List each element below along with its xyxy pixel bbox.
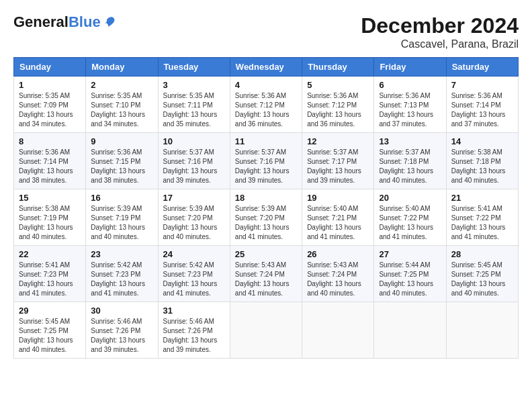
daylight-label: Daylight: 13 hours and 41 minutes. <box>19 280 73 297</box>
week-row-1: 1 Sunrise: 5:35 AM Sunset: 7:09 PM Dayli… <box>14 77 519 133</box>
daylight-label: Daylight: 13 hours and 41 minutes. <box>379 224 433 240</box>
sunrise-label: Sunrise: 5:44 AM <box>379 261 430 269</box>
sunrise-label: Sunrise: 5:46 AM <box>91 318 142 325</box>
day-cell <box>446 302 518 359</box>
calendar-title: December 2024 <box>361 13 519 38</box>
day-cell: 26 Sunrise: 5:43 AM Sunset: 7:24 PM Dayl… <box>302 246 374 302</box>
day-number: 1 <box>19 80 81 90</box>
daylight-label: Daylight: 13 hours and 41 minutes. <box>163 280 218 297</box>
day-cell: 21 Sunrise: 5:41 AM Sunset: 7:22 PM Dayl… <box>446 189 518 246</box>
sunset-label: Sunset: 7:25 PM <box>379 271 429 278</box>
day-number: 7 <box>451 80 513 90</box>
day-number: 18 <box>235 193 297 203</box>
daylight-label: Daylight: 13 hours and 38 minutes. <box>19 167 73 184</box>
day-number: 22 <box>19 249 81 259</box>
sunrise-label: Sunrise: 5:46 AM <box>163 318 214 325</box>
day-cell: 13 Sunrise: 5:37 AM Sunset: 7:18 PM Dayl… <box>374 133 446 189</box>
day-cell: 23 Sunrise: 5:42 AM Sunset: 7:23 PM Dayl… <box>86 246 158 302</box>
sunrise-label: Sunrise: 5:42 AM <box>163 261 214 269</box>
day-cell: 24 Sunrise: 5:42 AM Sunset: 7:23 PM Dayl… <box>158 246 230 302</box>
sunrise-label: Sunrise: 5:37 AM <box>307 148 358 156</box>
daylight-label: Daylight: 13 hours and 40 minutes. <box>91 224 145 240</box>
sunset-label: Sunset: 7:20 PM <box>235 214 285 222</box>
daylight-label: Daylight: 13 hours and 39 minutes. <box>163 167 218 184</box>
sunset-label: Sunset: 7:10 PM <box>91 101 140 109</box>
day-info: Sunrise: 5:44 AM Sunset: 7:25 PM Dayligh… <box>379 261 441 298</box>
sunset-label: Sunset: 7:16 PM <box>235 158 285 165</box>
day-number: 23 <box>91 249 152 259</box>
day-cell: 4 Sunrise: 5:36 AM Sunset: 7:12 PM Dayli… <box>230 77 302 133</box>
sunrise-label: Sunrise: 5:36 AM <box>19 148 70 156</box>
day-cell: 20 Sunrise: 5:40 AM Sunset: 7:22 PM Dayl… <box>374 189 446 246</box>
daylight-label: Daylight: 13 hours and 39 minutes. <box>307 167 361 184</box>
day-info: Sunrise: 5:39 AM Sunset: 7:20 PM Dayligh… <box>163 204 225 242</box>
sunset-label: Sunset: 7:17 PM <box>307 158 357 165</box>
column-header-sunday: Sunday <box>14 58 86 77</box>
daylight-label: Daylight: 13 hours and 39 minutes. <box>91 336 145 353</box>
day-number: 20 <box>379 193 441 203</box>
daylight-label: Daylight: 13 hours and 41 minutes. <box>235 224 290 240</box>
column-header-tuesday: Tuesday <box>158 58 230 77</box>
day-info: Sunrise: 5:46 AM Sunset: 7:26 PM Dayligh… <box>163 317 225 355</box>
day-cell: 2 Sunrise: 5:35 AM Sunset: 7:10 PM Dayli… <box>86 77 158 133</box>
daylight-label: Daylight: 13 hours and 41 minutes. <box>91 280 145 297</box>
day-info: Sunrise: 5:40 AM Sunset: 7:22 PM Dayligh… <box>379 204 441 242</box>
day-cell: 11 Sunrise: 5:37 AM Sunset: 7:16 PM Dayl… <box>230 133 302 189</box>
day-number: 31 <box>163 306 225 316</box>
column-header-monday: Monday <box>86 58 158 77</box>
day-number: 10 <box>163 136 225 146</box>
daylight-label: Daylight: 13 hours and 37 minutes. <box>379 111 433 128</box>
day-cell: 1 Sunrise: 5:35 AM Sunset: 7:09 PM Dayli… <box>14 77 86 133</box>
sunset-label: Sunset: 7:23 PM <box>19 271 69 278</box>
day-cell: 3 Sunrise: 5:35 AM Sunset: 7:11 PM Dayli… <box>158 77 230 133</box>
day-number: 14 <box>451 136 513 146</box>
day-cell: 12 Sunrise: 5:37 AM Sunset: 7:17 PM Dayl… <box>302 133 374 189</box>
sunset-label: Sunset: 7:23 PM <box>91 271 140 278</box>
day-number: 11 <box>235 136 297 146</box>
sunset-label: Sunset: 7:19 PM <box>19 214 69 222</box>
day-info: Sunrise: 5:36 AM Sunset: 7:15 PM Dayligh… <box>91 148 152 185</box>
day-info: Sunrise: 5:40 AM Sunset: 7:21 PM Dayligh… <box>307 204 369 242</box>
daylight-label: Daylight: 13 hours and 34 minutes. <box>91 111 145 128</box>
sunrise-label: Sunrise: 5:43 AM <box>307 261 358 269</box>
day-number: 13 <box>379 136 441 146</box>
daylight-label: Daylight: 13 hours and 35 minutes. <box>163 111 218 128</box>
sunrise-label: Sunrise: 5:45 AM <box>19 318 70 325</box>
day-info: Sunrise: 5:36 AM Sunset: 7:14 PM Dayligh… <box>451 91 513 129</box>
week-row-5: 29 Sunrise: 5:45 AM Sunset: 7:25 PM Dayl… <box>14 302 519 359</box>
day-info: Sunrise: 5:42 AM Sunset: 7:23 PM Dayligh… <box>163 261 225 298</box>
day-number: 2 <box>91 80 152 90</box>
sunrise-label: Sunrise: 5:37 AM <box>163 148 214 156</box>
day-cell: 30 Sunrise: 5:46 AM Sunset: 7:26 PM Dayl… <box>86 302 158 359</box>
sunset-label: Sunset: 7:14 PM <box>19 158 69 165</box>
day-cell: 6 Sunrise: 5:36 AM Sunset: 7:13 PM Dayli… <box>374 77 446 133</box>
day-info: Sunrise: 5:39 AM Sunset: 7:19 PM Dayligh… <box>91 204 152 242</box>
daylight-label: Daylight: 13 hours and 41 minutes. <box>235 280 290 297</box>
day-info: Sunrise: 5:39 AM Sunset: 7:20 PM Dayligh… <box>235 204 297 242</box>
logo: GeneralBlue <box>13 13 117 31</box>
sunrise-label: Sunrise: 5:40 AM <box>379 205 430 212</box>
day-cell <box>230 302 302 359</box>
day-cell: 31 Sunrise: 5:46 AM Sunset: 7:26 PM Dayl… <box>158 302 230 359</box>
day-number: 27 <box>379 249 441 259</box>
sunrise-label: Sunrise: 5:39 AM <box>91 205 142 212</box>
day-cell: 28 Sunrise: 5:45 AM Sunset: 7:25 PM Dayl… <box>446 246 518 302</box>
sunrise-label: Sunrise: 5:36 AM <box>91 148 142 156</box>
sunset-label: Sunset: 7:26 PM <box>91 327 140 334</box>
week-row-3: 15 Sunrise: 5:38 AM Sunset: 7:19 PM Dayl… <box>14 189 519 246</box>
daylight-label: Daylight: 13 hours and 40 minutes. <box>379 167 433 184</box>
day-cell <box>302 302 374 359</box>
column-header-thursday: Thursday <box>302 58 374 77</box>
daylight-label: Daylight: 13 hours and 36 minutes. <box>307 111 361 128</box>
title-section: December 2024 Cascavel, Parana, Brazil <box>361 13 519 50</box>
sunset-label: Sunset: 7:13 PM <box>379 101 429 109</box>
sunrise-label: Sunrise: 5:43 AM <box>235 261 286 269</box>
day-info: Sunrise: 5:37 AM Sunset: 7:18 PM Dayligh… <box>379 148 441 185</box>
daylight-label: Daylight: 13 hours and 41 minutes. <box>451 224 506 240</box>
day-number: 25 <box>235 249 297 259</box>
day-number: 16 <box>91 193 152 203</box>
day-number: 4 <box>235 80 297 90</box>
column-header-saturday: Saturday <box>446 58 518 77</box>
day-cell: 22 Sunrise: 5:41 AM Sunset: 7:23 PM Dayl… <box>14 246 86 302</box>
sunset-label: Sunset: 7:24 PM <box>307 271 357 278</box>
